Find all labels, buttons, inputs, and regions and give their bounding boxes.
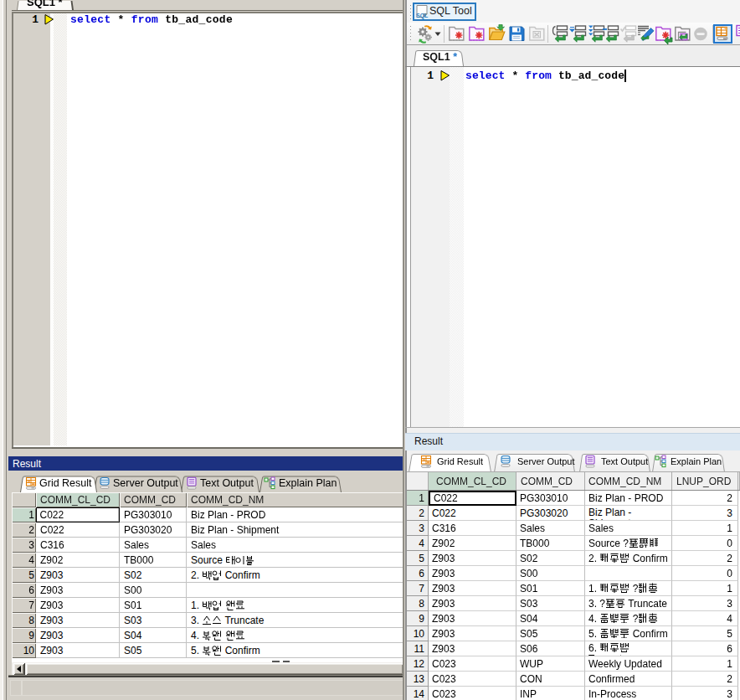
svg-text:SQL: SQL (416, 13, 429, 19)
